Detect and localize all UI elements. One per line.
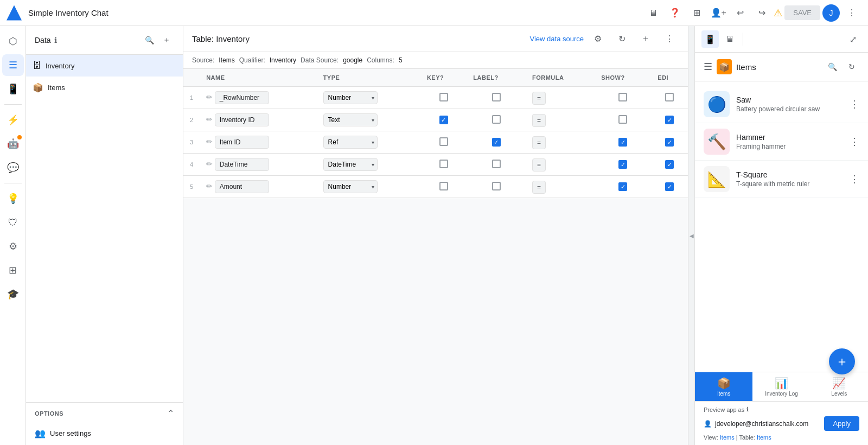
item-card-hammer[interactable]: 🔨 Hammer Framing hammer ⋮	[695, 123, 868, 161]
formula-2[interactable]: =	[532, 114, 546, 127]
label-checkbox-5[interactable]	[492, 182, 501, 190]
saw-name: Saw	[736, 96, 843, 104]
edit-icon-5[interactable]: ✏	[206, 182, 213, 190]
sidebar-icon-shield[interactable]: 🛡	[2, 212, 24, 233]
item-card-tsquare[interactable]: 📐 T-Square T-square with metric ruler ⋮	[695, 161, 868, 198]
key-checkbox-4[interactable]	[439, 160, 448, 168]
row-edit-cell-5	[651, 176, 688, 198]
label-checkbox-1[interactable]	[492, 93, 501, 101]
items-refresh-btn[interactable]: ↻	[844, 59, 859, 74]
user-settings-item[interactable]: 👥 User settings	[26, 424, 183, 445]
inventory-more-btn[interactable]: ⋮	[163, 59, 176, 72]
sidebar-icon-hub[interactable]: ⬡	[2, 30, 24, 52]
data-item-items[interactable]: 📦 Items ＋ ⋮	[26, 77, 183, 98]
table-refresh-btn[interactable]: ↻	[612, 29, 631, 49]
tab-levels[interactable]: 📈 Levels	[810, 372, 868, 401]
label-checkbox-4[interactable]	[492, 160, 501, 168]
grid-icon-btn[interactable]: ⊞	[687, 3, 706, 23]
tab-items[interactable]: 📦 Items	[695, 372, 752, 401]
table-row: 5✏ AmountNumber=	[183, 176, 688, 198]
row-num-4: 4	[183, 154, 200, 176]
preview-row: 👤 jdeveloper@christianschalk.com Apply	[704, 416, 859, 431]
help-icon-btn[interactable]: ❓	[665, 3, 685, 23]
data-info-icon[interactable]: ℹ	[54, 36, 57, 44]
saw-more-icon[interactable]: ⋮	[850, 98, 859, 110]
sidebar-icon-grid2[interactable]: ⊞	[2, 259, 24, 281]
edit-icon-4[interactable]: ✏	[206, 160, 213, 168]
show-checkbox-4[interactable]	[618, 160, 627, 169]
tsquare-more-icon[interactable]: ⋮	[850, 173, 859, 185]
avatar[interactable]: J	[822, 4, 840, 22]
options-header[interactable]: oPTIONS ⌃	[26, 403, 183, 424]
label-checkbox-3[interactable]	[492, 138, 501, 147]
sidebar-icon-bulb[interactable]: 💡	[2, 188, 24, 209]
monitor-icon-btn[interactable]: 🖥	[643, 3, 663, 23]
row-type-cell-1: Number	[317, 87, 420, 109]
tab-inventory-log[interactable]: 📊 Inventory Log	[752, 372, 810, 401]
show-checkbox-1[interactable]	[618, 93, 627, 101]
show-checkbox-2[interactable]	[618, 115, 627, 124]
edit-icon-2[interactable]: ✏	[206, 115, 213, 124]
tsquare-desc: T-square with metric ruler	[736, 180, 843, 188]
undo-icon-btn[interactable]: ↩	[730, 3, 750, 23]
fab-add-button[interactable]: ＋	[829, 348, 855, 374]
type-select-4[interactable]: DateTime	[323, 158, 378, 171]
sidebar-icon-chat[interactable]: 💬	[2, 157, 24, 179]
rp-mobile-btn[interactable]: 📱	[701, 30, 719, 48]
key-checkbox-1[interactable]	[439, 93, 448, 101]
edit-checkbox-1[interactable]	[665, 93, 674, 101]
sidebar-icon-bolt[interactable]: ⚡	[2, 109, 24, 131]
type-select-2[interactable]: Text	[323, 113, 378, 126]
sidebar-icon-phone[interactable]: 📱	[2, 78, 24, 100]
formula-5[interactable]: =	[532, 181, 546, 194]
type-select-1[interactable]: Number	[323, 91, 378, 104]
edit-checkbox-2[interactable]	[665, 116, 674, 124]
show-checkbox-3[interactable]	[618, 138, 627, 147]
data-item-inventory[interactable]: 🗄 Inventory ＋ ⋮	[26, 55, 183, 77]
hamburger-icon[interactable]: ☰	[704, 61, 712, 73]
data-add-btn[interactable]: ＋	[159, 33, 174, 48]
type-select-5[interactable]: Number	[323, 180, 378, 193]
hammer-more-icon[interactable]: ⋮	[850, 136, 859, 148]
key-checkbox-5[interactable]	[439, 182, 448, 190]
apply-button[interactable]: Apply	[824, 416, 859, 431]
redo-icon-btn[interactable]: ↪	[752, 3, 771, 23]
collapse-handle[interactable]: ◀	[688, 26, 694, 445]
data-search-btn[interactable]: 🔍	[142, 33, 157, 48]
show-checkbox-5[interactable]	[618, 182, 627, 191]
key-checkbox-3[interactable]	[439, 137, 448, 146]
inventory-add-btn[interactable]: ＋	[149, 59, 162, 72]
edit-icon-3[interactable]: ✏	[206, 137, 213, 146]
items-search-btn[interactable]: 🔍	[825, 59, 840, 74]
rp-tablet-btn[interactable]: 🖥	[721, 30, 738, 48]
view-data-source-button[interactable]: View data source	[530, 35, 584, 43]
type-select-3[interactable]: Ref	[323, 136, 378, 149]
sidebar-icon-gear[interactable]: ⚙	[2, 236, 24, 257]
table-more-btn[interactable]: ⋮	[660, 29, 679, 49]
row-label-cell-4	[467, 154, 526, 176]
view-link[interactable]: Items	[720, 434, 735, 441]
item-card-saw[interactable]: 🔵 Saw Battery powered circular saw ⋮	[695, 86, 868, 123]
key-checkbox-2[interactable]	[439, 116, 448, 124]
data-panel-title: Data	[35, 36, 51, 44]
formula-4[interactable]: =	[532, 158, 546, 171]
edit-icon-1[interactable]: ✏	[206, 93, 213, 101]
sidebar-icon-data[interactable]: ☰	[2, 54, 24, 76]
sidebar-icon-bot[interactable]: 🤖	[2, 133, 24, 155]
more-icon-btn[interactable]: ⋮	[842, 3, 861, 23]
items-add-btn[interactable]: ＋	[149, 81, 162, 94]
table-add-btn[interactable]: ＋	[636, 29, 655, 49]
add-user-icon-btn[interactable]: 👤+	[709, 3, 728, 23]
edit-checkbox-4[interactable]	[665, 160, 674, 169]
label-checkbox-2[interactable]	[492, 115, 501, 124]
rp-expand-btn[interactable]: ⤢	[844, 30, 861, 48]
edit-checkbox-3[interactable]	[665, 138, 674, 147]
edit-checkbox-5[interactable]	[665, 182, 674, 191]
save-button[interactable]: SAVE	[784, 5, 820, 20]
formula-1[interactable]: =	[532, 92, 546, 105]
sidebar-icon-grad[interactable]: 🎓	[2, 283, 24, 305]
formula-3[interactable]: =	[532, 136, 546, 149]
table-settings-btn[interactable]: ⚙	[588, 29, 608, 49]
table-link[interactable]: Items	[757, 434, 771, 441]
items-more-btn[interactable]: ⋮	[163, 81, 176, 94]
